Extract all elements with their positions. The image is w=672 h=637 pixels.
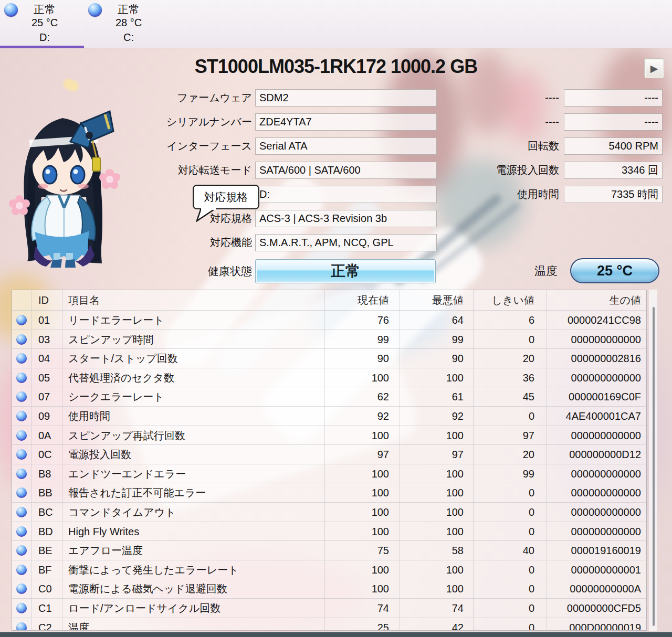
tab-status: 正常 bbox=[100, 2, 158, 17]
attribute-threshold: 0 bbox=[473, 579, 547, 599]
crystaldiskinfo-window: 正常25 °CD:正常28 °CC: ST1000LM035-1RK172 10… bbox=[0, 0, 672, 637]
attribute-current: 100 bbox=[324, 483, 400, 503]
drive-tabs: 正常25 °CD:正常28 °CC: bbox=[0, 0, 672, 48]
attribute-worst: 100 bbox=[400, 426, 473, 445]
info-field-value: ACS-3 | ACS-3 Revision 3b bbox=[255, 210, 437, 227]
attribute-status-orb-icon bbox=[16, 315, 27, 325]
attribute-status-orb-icon bbox=[16, 487, 27, 498]
attribute-id: 0A bbox=[31, 426, 62, 445]
table-row[interactable]: 03スピンアップ時間99990000000000000 bbox=[12, 330, 647, 349]
drive-tab-D[interactable]: 正常25 °CD: bbox=[0, 0, 84, 48]
attribute-raw: 000000000000 bbox=[547, 330, 647, 349]
attribute-id: B8 bbox=[31, 464, 62, 484]
attribute-id: 04 bbox=[31, 349, 62, 368]
info-field-label: 対応機能 bbox=[210, 234, 252, 251]
scrollbar-thumb[interactable] bbox=[653, 307, 655, 626]
attribute-raw: 4AE400001CA7 bbox=[547, 407, 647, 426]
attribute-status-orb-icon bbox=[16, 469, 27, 479]
info-field-label: ---- bbox=[545, 113, 559, 131]
info-field-value: 5400 RPM bbox=[564, 137, 663, 155]
table-row[interactable]: 09使用時間929204AE400001CA7 bbox=[12, 406, 647, 426]
table-row[interactable]: 07シークエラーレート626145000000169C0F bbox=[12, 387, 647, 406]
tooltip-tail bbox=[196, 208, 217, 222]
attribute-id: BD bbox=[31, 522, 62, 542]
attribute-raw: 000000000000 bbox=[547, 522, 647, 542]
table-row[interactable]: B8エンドツーエンドエラー10010099000000000000 bbox=[12, 464, 647, 483]
attribute-current: 92 bbox=[324, 407, 400, 426]
attribute-id: BF bbox=[31, 560, 62, 580]
table-row[interactable]: 05代替処理済のセクタ数10010036000000000000 bbox=[12, 368, 647, 387]
attribute-current: 100 bbox=[324, 579, 400, 599]
table-row[interactable]: 01リードエラーレート7664600000241CC98 bbox=[12, 310, 647, 330]
info-field-value: 7335 時間 bbox=[564, 186, 663, 203]
attribute-raw: 000D00000019 bbox=[547, 618, 647, 631]
attribute-name: 報告された訂正不可能エラー bbox=[62, 483, 324, 503]
next-drive-button[interactable]: ▶ bbox=[644, 58, 664, 78]
attribute-id: C0 bbox=[31, 579, 62, 599]
attribute-name: 代替処理済のセクタ数 bbox=[62, 368, 324, 388]
attribute-raw: 000000000000 bbox=[547, 464, 647, 484]
info-field-label: 回転数 bbox=[528, 137, 559, 155]
tab-drive-letter: D: bbox=[16, 31, 74, 44]
attribute-current: 75 bbox=[324, 541, 400, 560]
attribute-id: 0C bbox=[31, 445, 62, 464]
attribute-status-orb-icon bbox=[16, 507, 27, 517]
attribute-id: C2 bbox=[31, 618, 62, 631]
table-row[interactable]: BCコマンドタイムアウト1001000000000000000 bbox=[12, 502, 647, 522]
attribute-worst: 100 bbox=[400, 560, 473, 580]
attribute-worst: 42 bbox=[400, 618, 473, 631]
attribute-id: 01 bbox=[31, 311, 62, 330]
column-header: ID bbox=[31, 290, 62, 310]
attribute-name: スタート/ストップ回数 bbox=[62, 349, 324, 368]
attribute-threshold: 0 bbox=[473, 330, 547, 349]
attribute-name: エアフロー温度 bbox=[62, 541, 324, 560]
column-header: 項目名 bbox=[62, 290, 324, 310]
table-row[interactable]: 04スタート/ストップ回数909020000000002816 bbox=[12, 348, 647, 368]
table-row[interactable]: C2温度25420000D00000019 bbox=[12, 618, 647, 631]
attribute-name: スピンアップ時間 bbox=[62, 330, 324, 349]
attribute-raw: 000000000000 bbox=[547, 483, 647, 503]
info-field-value: 3346 回 bbox=[564, 162, 663, 179]
attribute-name: 温度 bbox=[62, 618, 324, 631]
table-row[interactable]: BEエアフロー温度755840000019160019 bbox=[12, 540, 647, 560]
attribute-current: 25 bbox=[324, 618, 400, 631]
table-row[interactable]: C0電源断による磁気ヘッド退避回数100100000000000000A bbox=[12, 579, 647, 598]
table-row[interactable]: BF衝撃によって発生したエラーレート1001000000000000001 bbox=[12, 560, 647, 579]
column-header: 生の値 bbox=[547, 290, 647, 310]
tab-temperature: 28 °C bbox=[100, 17, 158, 29]
table-row[interactable]: 0Aスピンアップ再試行回数10010097000000000000 bbox=[12, 426, 647, 445]
attribute-status-orb-icon bbox=[16, 622, 27, 631]
attribute-name: コマンドタイムアウト bbox=[62, 503, 324, 522]
attribute-id: BB bbox=[31, 483, 62, 503]
smart-table-header: ID項目名現在値最悪値しきい値生の値 bbox=[12, 290, 647, 310]
health-status-button[interactable]: 正常 bbox=[255, 259, 436, 283]
attribute-raw: 000000000000 bbox=[547, 368, 647, 388]
attribute-name: High Fly Writes bbox=[62, 522, 324, 542]
attribute-raw: 000000000000 bbox=[547, 503, 647, 522]
table-row[interactable]: BDHigh Fly Writes1001000000000000000 bbox=[12, 522, 647, 541]
table-row[interactable]: BB報告された訂正不可能エラー1001000000000000000 bbox=[12, 483, 647, 502]
attribute-worst: 100 bbox=[400, 483, 473, 503]
attribute-name: ロード/アンロードサイクル回数 bbox=[62, 599, 324, 618]
attribute-threshold: 45 bbox=[473, 387, 547, 407]
attribute-name: 電源投入回数 bbox=[62, 445, 324, 464]
attribute-raw: 000000000D12 bbox=[547, 445, 647, 464]
attribute-id: C1 bbox=[31, 599, 62, 618]
table-row[interactable]: 0C電源投入回数979720000000000D12 bbox=[12, 444, 647, 464]
drive-tab-C[interactable]: 正常28 °CC: bbox=[84, 0, 168, 48]
info-row-right: -------- bbox=[0, 89, 672, 107]
info-field-value: ---- bbox=[564, 113, 663, 131]
attribute-threshold: 97 bbox=[473, 426, 547, 445]
temperature-button[interactable]: 25 °C bbox=[570, 258, 659, 283]
attribute-current: 90 bbox=[324, 349, 400, 368]
attribute-current: 100 bbox=[324, 464, 400, 484]
attribute-worst: 97 bbox=[400, 445, 473, 464]
table-row[interactable]: C1ロード/アンロードサイクル回数7474000000000CFD5 bbox=[12, 598, 647, 618]
attribute-status-orb-icon bbox=[16, 565, 27, 575]
attribute-worst: 100 bbox=[400, 522, 473, 542]
attribute-raw: 00000241CC98 bbox=[547, 311, 647, 330]
attribute-current: 74 bbox=[324, 599, 400, 618]
attribute-name: 衝撃によって発生したエラーレート bbox=[62, 560, 324, 580]
attribute-current: 99 bbox=[324, 330, 400, 349]
attribute-current: 100 bbox=[324, 560, 400, 580]
